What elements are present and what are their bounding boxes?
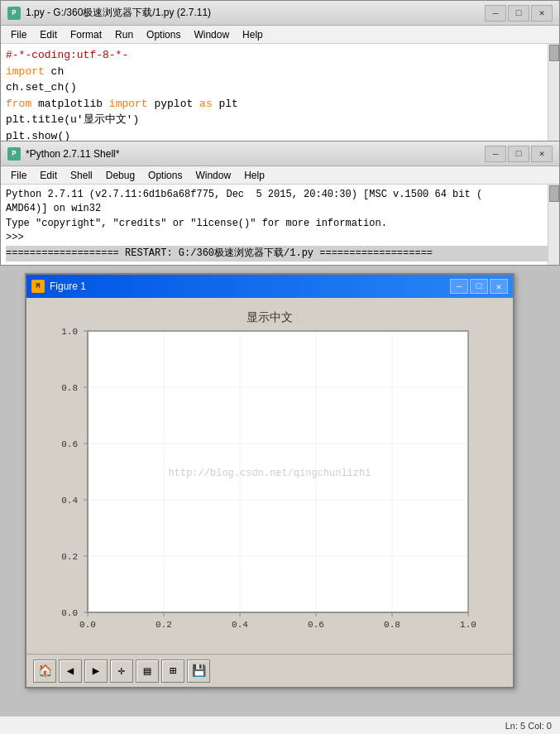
shell-scrollbar-thumb[interactable]: [549, 185, 559, 202]
status-text: Ln: 5 Col: 0: [505, 721, 552, 731]
shell-menu-edit[interactable]: Edit: [33, 168, 64, 183]
shell-line-4: >>>: [6, 231, 554, 245]
editor-menu-bar: File Edit Format Run Options Window Help: [1, 26, 559, 44]
editor-title-bar: P 1.py - G:/360极速浏览器下载/1.py (2.7.11) — □…: [1, 1, 559, 26]
editor-menu-edit[interactable]: Edit: [33, 27, 64, 42]
chart-container: 显示中文 http://blog.csdn.net/qingchunlizhi …: [26, 298, 513, 654]
toolbar-back-button[interactable]: ◀: [59, 660, 82, 683]
editor-window: P 1.py - G:/360极速浏览器下载/1.py (2.7.11) — □…: [0, 0, 560, 148]
shell-menu-debug[interactable]: Debug: [99, 168, 141, 183]
shell-window: P *Python 2.7.11 Shell* — □ ✕ File Edit …: [0, 141, 560, 266]
editor-window-controls: — □ ✕: [485, 5, 553, 22]
toolbar-forward-button[interactable]: ▶: [84, 660, 108, 683]
editor-scrollbar[interactable]: [548, 44, 559, 147]
editor-menu-options[interactable]: Options: [140, 27, 187, 42]
watermark-text: http://blog.csdn.net/qingchunlizhi: [169, 468, 371, 479]
editor-menu-format[interactable]: Format: [64, 27, 108, 42]
shell-line-1: Python 2.7.11 (v2.7.11:6d1b6a68f775, Dec…: [6, 188, 554, 202]
x-label-5: 1.0: [460, 620, 476, 630]
shell-title-bar: P *Python 2.7.11 Shell* — □ ✕: [1, 142, 559, 166]
y-label-2: 0.4: [61, 496, 78, 506]
shell-icon: P: [7, 147, 21, 161]
code-line-3: ch.set_ch(): [6, 79, 554, 96]
editor-menu-run[interactable]: Run: [108, 27, 140, 42]
editor-menu-window[interactable]: Window: [187, 27, 236, 42]
shell-line-2: AMD64)] on win32: [6, 202, 554, 216]
editor-menu-help[interactable]: Help: [236, 27, 270, 42]
shell-menu-shell[interactable]: Shell: [64, 168, 99, 183]
toolbar-save-button[interactable]: 💾: [187, 660, 210, 683]
figure-window: M Figure 1 — □ ✕ 显示中文 http://blog.csdn.n…: [25, 273, 515, 688]
shell-title: *Python 2.7.11 Shell*: [26, 148, 485, 160]
shell-restart-line: =================== RESTART: G:/360极速浏览器…: [6, 246, 554, 261]
shell-close-button[interactable]: ✕: [531, 146, 553, 162]
shell-window-controls: — □ ✕: [485, 146, 553, 162]
figure-maximize-button[interactable]: □: [470, 279, 488, 294]
plot-svg: 显示中文 http://blog.csdn.net/qingchunlizhi …: [38, 298, 501, 654]
toolbar-pan-button[interactable]: ✛: [110, 660, 133, 683]
editor-scrollbar-thumb[interactable]: [549, 45, 559, 61]
code-line-4: from matplotlib import pyplot as plt: [6, 96, 554, 113]
y-label-0: 0.0: [61, 608, 78, 618]
editor-close-button[interactable]: ✕: [531, 5, 553, 22]
figure-title-bar: M Figure 1 — □ ✕: [26, 275, 513, 298]
shell-maximize-button[interactable]: □: [508, 146, 529, 162]
shell-output-area: Python 2.7.11 (v2.7.11:6d1b6a68f775, Dec…: [1, 185, 559, 265]
plot-title: 显示中文: [246, 310, 293, 324]
figure-icon: M: [31, 280, 45, 293]
figure-title: Figure 1: [50, 281, 448, 292]
shell-menu-help[interactable]: Help: [237, 168, 271, 183]
x-label-1: 0.2: [156, 620, 172, 630]
toolbar-home-button[interactable]: 🏠: [33, 660, 56, 683]
shell-scrollbar[interactable]: [548, 185, 559, 265]
shell-menu-window[interactable]: Window: [189, 168, 237, 183]
code-line-2: import ch: [6, 64, 554, 80]
y-label-5: 1.0: [61, 327, 78, 337]
shell-menu-file[interactable]: File: [4, 168, 33, 183]
toolbar-subplot-button[interactable]: ⊞: [161, 660, 184, 683]
figure-close-button[interactable]: ✕: [490, 279, 508, 294]
toolbar-zoom-button[interactable]: ▤: [136, 660, 159, 683]
status-bar: Ln: 5 Col: 0: [0, 716, 560, 734]
code-line-5: plt.title(u'显示中文'): [6, 112, 554, 128]
y-label-4: 0.8: [61, 383, 78, 393]
shell-menu-bar: File Edit Shell Debug Options Window Hel…: [1, 166, 559, 185]
editor-title: 1.py - G:/360极速浏览器下载/1.py (2.7.11): [26, 6, 485, 20]
editor-code-area[interactable]: #-*-coding:utf-8-*- import ch ch.set_ch(…: [1, 44, 559, 147]
y-label-1: 0.2: [61, 552, 78, 562]
editor-menu-file[interactable]: File: [4, 27, 33, 42]
x-label-3: 0.6: [308, 620, 324, 630]
editor-maximize-button[interactable]: □: [508, 5, 529, 22]
y-label-3: 0.6: [61, 439, 78, 449]
code-line-1: #-*-coding:utf-8-*-: [6, 47, 554, 64]
shell-line-3: Type "copyright", "credits" or "license(…: [6, 217, 554, 231]
editor-minimize-button[interactable]: —: [485, 5, 506, 22]
shell-menu-options[interactable]: Options: [141, 168, 189, 183]
editor-icon: P: [7, 7, 21, 20]
x-label-4: 0.8: [384, 620, 400, 630]
figure-toolbar: 🏠 ◀ ▶ ✛ ▤ ⊞ 💾: [26, 654, 513, 687]
x-label-2: 0.4: [232, 620, 248, 630]
figure-minimize-button[interactable]: —: [450, 279, 468, 294]
shell-minimize-button[interactable]: —: [485, 146, 506, 162]
x-label-0: 0.0: [79, 620, 96, 630]
